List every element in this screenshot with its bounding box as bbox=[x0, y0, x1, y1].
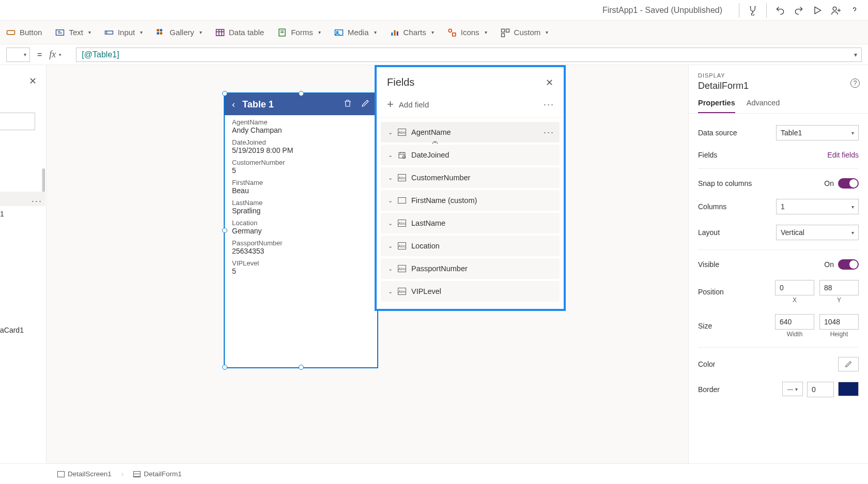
chevron-down-icon: ▾ bbox=[199, 29, 202, 35]
insert-forms[interactable]: Forms▾ bbox=[277, 28, 321, 37]
help-icon[interactable] bbox=[845, 1, 864, 20]
layout-select[interactable]: Vertical▾ bbox=[776, 225, 859, 240]
display-category: DISPLAY bbox=[698, 72, 859, 79]
property-selector[interactable]: ▾ bbox=[6, 48, 30, 62]
resize-handle[interactable] bbox=[222, 365, 227, 370]
data-card[interactable]: DateJoined5/19/2019 8:00 PM bbox=[225, 135, 377, 155]
position-x-input[interactable]: 0 bbox=[775, 280, 814, 295]
chevron-down-icon: ▾ bbox=[374, 29, 377, 35]
tab-properties[interactable]: Properties bbox=[698, 99, 735, 113]
table-icon bbox=[215, 28, 225, 37]
data-card[interactable]: CustomerNumber5 bbox=[225, 155, 377, 176]
svg-rect-19 bbox=[394, 30, 395, 36]
data-card[interactable]: LastNameSpratling bbox=[225, 196, 377, 216]
border-style-select[interactable]: — ▾ bbox=[782, 382, 803, 396]
delete-icon[interactable] bbox=[343, 99, 352, 111]
svg-point-21 bbox=[448, 29, 452, 32]
add-field-button[interactable]: + Add field ··· bbox=[377, 93, 564, 118]
position-y-input[interactable]: 88 bbox=[819, 280, 859, 295]
divider bbox=[698, 168, 859, 169]
insert-media[interactable]: Media▾ bbox=[334, 28, 377, 37]
size-height-input[interactable]: 1048 bbox=[819, 314, 859, 330]
help-icon[interactable]: ? bbox=[850, 79, 860, 88]
divider bbox=[698, 347, 859, 348]
back-icon[interactable]: ‹ bbox=[232, 99, 235, 110]
breadcrumb-form[interactable]: DetailForm1 bbox=[128, 467, 188, 480]
more-icon[interactable]: ··· bbox=[544, 127, 554, 138]
resize-handle[interactable] bbox=[222, 228, 227, 233]
tree-item-selected[interactable]: ... bbox=[0, 192, 45, 206]
health-icon[interactable] bbox=[743, 1, 762, 20]
field-row-datejoined[interactable]: ⌄ DateJoined bbox=[381, 145, 560, 165]
insert-text[interactable]: Text▾ bbox=[55, 28, 91, 37]
svg-rect-6 bbox=[160, 29, 163, 32]
data-card[interactable]: VIPLevel5 bbox=[225, 256, 377, 276]
svg-rect-7 bbox=[157, 32, 160, 35]
insert-custom[interactable]: Custom▾ bbox=[501, 28, 549, 37]
edit-fields-link[interactable]: Edit fields bbox=[827, 151, 859, 159]
border-color-picker[interactable] bbox=[838, 382, 859, 396]
more-icon[interactable]: ··· bbox=[544, 99, 554, 110]
field-row-agentname[interactable]: ⌄ Abc AgentName ··· bbox=[381, 122, 560, 143]
canvas[interactable]: ‹ Table 1 AgentNameAndy Champan DateJoin… bbox=[47, 65, 689, 463]
insert-button[interactable]: Button bbox=[6, 28, 42, 37]
close-icon[interactable]: ✕ bbox=[546, 77, 553, 88]
data-source-label: Data source bbox=[698, 129, 737, 137]
divider bbox=[698, 249, 859, 250]
field-row-firstname[interactable]: ⌄ FirstName (custom) bbox=[381, 190, 560, 211]
tree-item[interactable]: aCard1 bbox=[0, 326, 24, 334]
tree-search-input[interactable] bbox=[0, 113, 35, 130]
chevron-down-icon: ⌄ bbox=[388, 288, 393, 295]
chevron-down-icon: ⌄ bbox=[388, 220, 393, 227]
data-card[interactable]: FirstNameBeau bbox=[225, 176, 377, 196]
field-row-lastname[interactable]: ⌄ Abc LastName bbox=[381, 213, 560, 233]
insert-input[interactable]: Input▾ bbox=[104, 28, 143, 37]
tree-item[interactable]: 1 bbox=[0, 210, 4, 218]
field-row-passportnumber[interactable]: ⌄ Abc PassportNumber bbox=[381, 258, 560, 279]
data-card[interactable]: AgentNameAndy Champan bbox=[225, 115, 377, 135]
snap-label: Snap to columns bbox=[698, 179, 752, 188]
insert-gallery[interactable]: Gallery▾ bbox=[156, 28, 202, 37]
insert-data-table[interactable]: Data table bbox=[215, 28, 264, 37]
forms-icon bbox=[277, 28, 287, 37]
play-icon[interactable] bbox=[808, 1, 827, 20]
chevron-down-icon: ▾ bbox=[59, 52, 61, 57]
field-row-viplevel[interactable]: ⌄ Abc VIPLevel bbox=[381, 281, 560, 302]
size-width-input[interactable]: 640 bbox=[775, 314, 814, 330]
fx-button[interactable]: fx ▾ bbox=[49, 49, 72, 60]
field-row-customernumber[interactable]: ⌄ Abc CustomerNumber bbox=[381, 167, 560, 188]
data-source-select[interactable]: Table1▾ bbox=[776, 125, 859, 140]
data-card[interactable]: LocationGermany bbox=[225, 216, 377, 236]
layout-label: Layout bbox=[698, 228, 720, 237]
form-title: Table 1 bbox=[242, 99, 274, 110]
resize-handle[interactable] bbox=[299, 91, 304, 96]
formula-input[interactable]: [@Table1] ▾ bbox=[76, 48, 862, 62]
resize-handle[interactable] bbox=[222, 91, 227, 96]
visible-toggle[interactable] bbox=[838, 259, 859, 270]
text-field-icon: Abc bbox=[398, 265, 406, 272]
date-field-icon bbox=[398, 151, 406, 159]
divider bbox=[766, 3, 767, 18]
chevron-down-icon: ⌄ bbox=[388, 266, 393, 272]
svg-rect-24 bbox=[506, 29, 509, 32]
color-picker[interactable] bbox=[838, 357, 859, 371]
insert-icons[interactable]: Icons▾ bbox=[447, 28, 487, 37]
insert-charts[interactable]: Charts▾ bbox=[390, 28, 434, 37]
expand-formula-icon[interactable]: ▾ bbox=[854, 51, 857, 58]
snap-toggle[interactable] bbox=[838, 178, 859, 189]
field-row-location[interactable]: ⌄ Abc Location bbox=[381, 236, 560, 256]
columns-select[interactable]: 1▾ bbox=[776, 199, 859, 214]
resize-handle[interactable] bbox=[299, 365, 304, 370]
chevron-down-icon: ⌄ bbox=[388, 152, 393, 159]
tab-advanced[interactable]: Advanced bbox=[747, 99, 780, 113]
detail-form[interactable]: ‹ Table 1 AgentNameAndy Champan DateJoin… bbox=[225, 93, 377, 367]
edit-icon[interactable] bbox=[361, 99, 370, 111]
breadcrumb-screen[interactable]: DetailScreen1 bbox=[52, 467, 117, 480]
redo-icon[interactable] bbox=[789, 1, 808, 20]
border-width-input[interactable]: 0 bbox=[807, 382, 834, 397]
share-icon[interactable] bbox=[827, 1, 845, 20]
undo-icon[interactable] bbox=[771, 1, 789, 20]
data-card[interactable]: PassportNumber25634353 bbox=[225, 236, 377, 256]
close-icon[interactable]: ✕ bbox=[29, 75, 37, 87]
visible-label: Visible bbox=[698, 260, 719, 269]
